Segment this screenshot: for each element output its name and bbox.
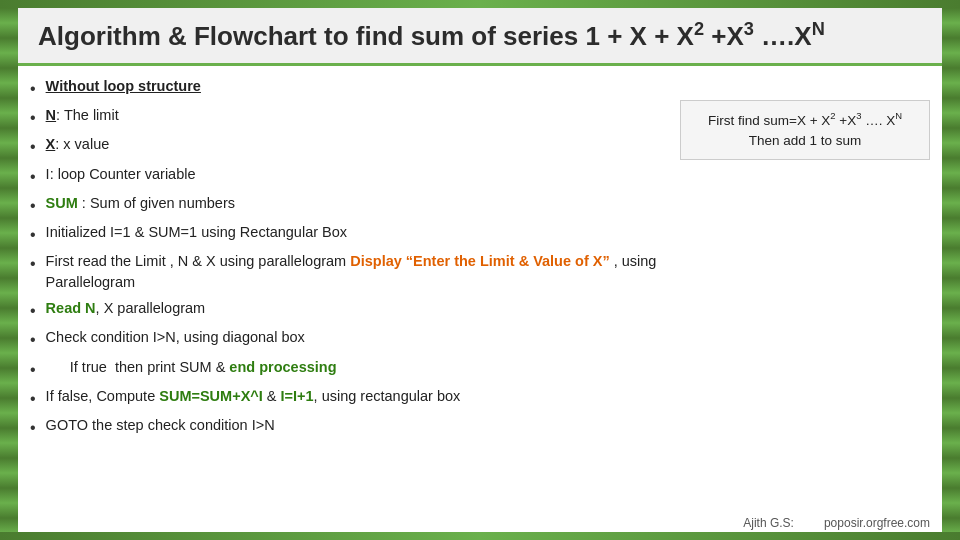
list-item: Without loop structure [30, 76, 670, 100]
list-item: SUM : Sum of given numbers [30, 193, 670, 217]
footer: Ajith G.S: poposir.orgfree.com [743, 516, 930, 530]
bullet-text-7: First read the Limit , N & X using paral… [46, 251, 670, 293]
slide-title: Algorithm & Flowchart to find sum of ser… [38, 19, 825, 52]
bullet-text-5: SUM : Sum of given numbers [46, 193, 235, 214]
item-label: Without loop structure [46, 78, 201, 94]
border-right [942, 8, 960, 532]
bullet-text-10: If true then print SUM & end processing [46, 357, 337, 378]
slide: Algorithm & Flowchart to find sum of ser… [0, 0, 960, 540]
bullet-text-1: Without loop structure [46, 76, 201, 97]
bullet-text-4: I: loop Counter variable [46, 164, 196, 185]
bullet-text-3: X: x value [46, 134, 110, 155]
item-label: X [46, 136, 56, 152]
footer-website: poposir.orgfree.com [824, 516, 930, 530]
bullet-list: Without loop structure N: The limit X: x… [30, 76, 670, 439]
note-box: First find sum=X + X2 +X3 …. XN Then add… [680, 100, 930, 160]
left-column: Without loop structure N: The limit X: x… [30, 70, 670, 500]
bullet-text-8: Read N, X parallelogram [46, 298, 206, 319]
note-line-2: Then add 1 to sum [693, 131, 917, 151]
list-item: First read the Limit , N & X using paral… [30, 251, 670, 293]
list-item: If false, Compute SUM=SUM+X^I & I=I+1, u… [30, 386, 670, 410]
list-item: X: x value [30, 134, 670, 158]
right-note: First find sum=X + X2 +X3 …. XN Then add… [670, 70, 930, 500]
item-label: SUM [46, 195, 78, 211]
bullet-text-12: GOTO the step check condition I>N [46, 415, 275, 436]
list-item: If true then print SUM & end processing [30, 357, 670, 381]
main-area: Without loop structure N: The limit X: x… [30, 70, 930, 500]
list-item: Read N, X parallelogram [30, 298, 670, 322]
list-item: GOTO the step check condition I>N [30, 415, 670, 439]
title-bar: Algorithm & Flowchart to find sum of ser… [18, 8, 942, 66]
list-item: I: loop Counter variable [30, 164, 670, 188]
border-bottom [0, 532, 960, 540]
bullet-text-2: N: The limit [46, 105, 119, 126]
border-top [0, 0, 960, 8]
bullet-text-6: Initialized I=1 & SUM=1 using Rectangula… [46, 222, 347, 243]
list-item: Check condition I>N, using diagonal box [30, 327, 670, 351]
note-line-1: First find sum=X + X2 +X3 …. XN [693, 109, 917, 131]
list-item: N: The limit [30, 105, 670, 129]
border-left [0, 8, 18, 532]
bullet-text-11: If false, Compute SUM=SUM+X^I & I=I+1, u… [46, 386, 461, 407]
list-item: Initialized I=1 & SUM=1 using Rectangula… [30, 222, 670, 246]
footer-author: Ajith G.S: [743, 516, 794, 530]
bullet-text-9: Check condition I>N, using diagonal box [46, 327, 305, 348]
item-label: N [46, 107, 56, 123]
content-area: Without loop structure N: The limit X: x… [30, 70, 930, 500]
